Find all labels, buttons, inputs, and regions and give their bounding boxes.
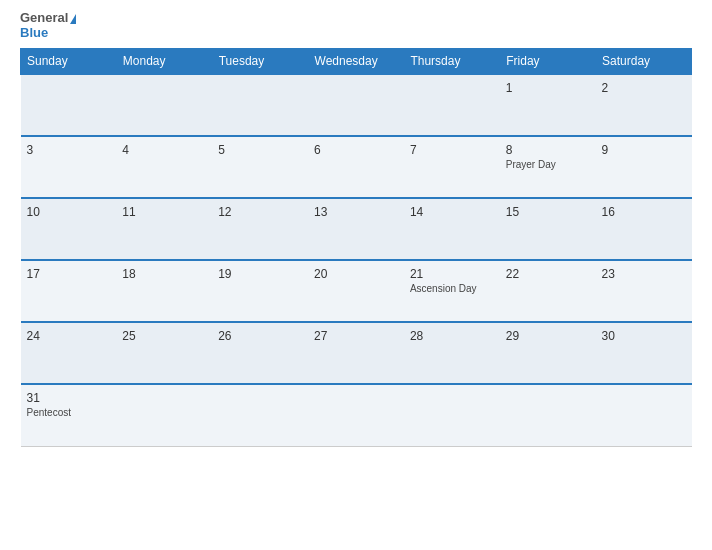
calendar-cell bbox=[21, 74, 117, 136]
day-number: 22 bbox=[506, 267, 590, 281]
event-label: Ascension Day bbox=[410, 283, 494, 294]
weekday-header-thursday: Thursday bbox=[404, 49, 500, 75]
day-number: 5 bbox=[218, 143, 302, 157]
day-number: 24 bbox=[27, 329, 111, 343]
day-number: 28 bbox=[410, 329, 494, 343]
calendar-cell: 22 bbox=[500, 260, 596, 322]
calendar-cell: 21Ascension Day bbox=[404, 260, 500, 322]
calendar-cell: 24 bbox=[21, 322, 117, 384]
calendar-cell: 16 bbox=[596, 198, 692, 260]
day-number: 17 bbox=[27, 267, 111, 281]
calendar-cell bbox=[212, 384, 308, 446]
calendar-cell: 29 bbox=[500, 322, 596, 384]
day-number: 8 bbox=[506, 143, 590, 157]
calendar-week-row: 10111213141516 bbox=[21, 198, 692, 260]
day-number: 3 bbox=[27, 143, 111, 157]
day-number: 30 bbox=[602, 329, 686, 343]
calendar-week-row: 12 bbox=[21, 74, 692, 136]
day-number: 19 bbox=[218, 267, 302, 281]
calendar-week-row: 345678Prayer Day9 bbox=[21, 136, 692, 198]
day-number: 2 bbox=[602, 81, 686, 95]
logo-general-text: General bbox=[20, 10, 76, 25]
weekday-header-friday: Friday bbox=[500, 49, 596, 75]
calendar-cell: 13 bbox=[308, 198, 404, 260]
day-number: 18 bbox=[122, 267, 206, 281]
day-number: 6 bbox=[314, 143, 398, 157]
day-number: 15 bbox=[506, 205, 590, 219]
calendar-cell bbox=[308, 74, 404, 136]
calendar-week-row: 1718192021Ascension Day2223 bbox=[21, 260, 692, 322]
calendar-body: 12345678Prayer Day9101112131415161718192… bbox=[21, 74, 692, 446]
calendar-cell: 17 bbox=[21, 260, 117, 322]
calendar-cell: 26 bbox=[212, 322, 308, 384]
day-number: 23 bbox=[602, 267, 686, 281]
calendar-cell bbox=[404, 74, 500, 136]
calendar-cell: 31Pentecost bbox=[21, 384, 117, 446]
calendar-cell bbox=[500, 384, 596, 446]
day-number: 12 bbox=[218, 205, 302, 219]
day-number: 16 bbox=[602, 205, 686, 219]
logo: General Blue bbox=[20, 10, 76, 40]
weekday-header-monday: Monday bbox=[116, 49, 212, 75]
calendar-cell: 23 bbox=[596, 260, 692, 322]
calendar-cell: 4 bbox=[116, 136, 212, 198]
calendar-cell: 10 bbox=[21, 198, 117, 260]
calendar-cell: 27 bbox=[308, 322, 404, 384]
weekday-header-tuesday: Tuesday bbox=[212, 49, 308, 75]
weekday-header-saturday: Saturday bbox=[596, 49, 692, 75]
logo-triangle-icon bbox=[70, 14, 76, 24]
calendar-cell: 18 bbox=[116, 260, 212, 322]
day-number: 4 bbox=[122, 143, 206, 157]
day-number: 21 bbox=[410, 267, 494, 281]
calendar-cell: 14 bbox=[404, 198, 500, 260]
calendar-cell: 3 bbox=[21, 136, 117, 198]
day-number: 7 bbox=[410, 143, 494, 157]
calendar-cell: 6 bbox=[308, 136, 404, 198]
event-label: Prayer Day bbox=[506, 159, 590, 170]
calendar-cell: 2 bbox=[596, 74, 692, 136]
logo-blue-text: Blue bbox=[20, 25, 76, 40]
weekday-header-row: SundayMondayTuesdayWednesdayThursdayFrid… bbox=[21, 49, 692, 75]
calendar-cell: 15 bbox=[500, 198, 596, 260]
day-number: 10 bbox=[27, 205, 111, 219]
calendar-cell bbox=[212, 74, 308, 136]
calendar-cell: 30 bbox=[596, 322, 692, 384]
calendar-cell: 12 bbox=[212, 198, 308, 260]
calendar-cell: 9 bbox=[596, 136, 692, 198]
calendar-cell: 25 bbox=[116, 322, 212, 384]
weekday-header-sunday: Sunday bbox=[21, 49, 117, 75]
calendar-cell: 8Prayer Day bbox=[500, 136, 596, 198]
day-number: 29 bbox=[506, 329, 590, 343]
calendar-week-row: 24252627282930 bbox=[21, 322, 692, 384]
day-number: 26 bbox=[218, 329, 302, 343]
calendar-cell: 28 bbox=[404, 322, 500, 384]
day-number: 13 bbox=[314, 205, 398, 219]
calendar-cell bbox=[116, 74, 212, 136]
weekday-header-wednesday: Wednesday bbox=[308, 49, 404, 75]
calendar-cell: 7 bbox=[404, 136, 500, 198]
day-number: 14 bbox=[410, 205, 494, 219]
event-label: Pentecost bbox=[27, 407, 111, 418]
calendar-header: General Blue bbox=[20, 10, 692, 40]
calendar-cell: 20 bbox=[308, 260, 404, 322]
calendar-cell bbox=[596, 384, 692, 446]
calendar-cell bbox=[404, 384, 500, 446]
calendar-cell bbox=[116, 384, 212, 446]
day-number: 9 bbox=[602, 143, 686, 157]
calendar-cell: 1 bbox=[500, 74, 596, 136]
day-number: 20 bbox=[314, 267, 398, 281]
calendar-header-row: SundayMondayTuesdayWednesdayThursdayFrid… bbox=[21, 49, 692, 75]
day-number: 1 bbox=[506, 81, 590, 95]
calendar-cell: 19 bbox=[212, 260, 308, 322]
day-number: 11 bbox=[122, 205, 206, 219]
calendar-cell: 5 bbox=[212, 136, 308, 198]
calendar-table: SundayMondayTuesdayWednesdayThursdayFrid… bbox=[20, 48, 692, 447]
day-number: 25 bbox=[122, 329, 206, 343]
day-number: 31 bbox=[27, 391, 111, 405]
day-number: 27 bbox=[314, 329, 398, 343]
calendar-cell bbox=[308, 384, 404, 446]
calendar-cell: 11 bbox=[116, 198, 212, 260]
calendar-week-row: 31Pentecost bbox=[21, 384, 692, 446]
